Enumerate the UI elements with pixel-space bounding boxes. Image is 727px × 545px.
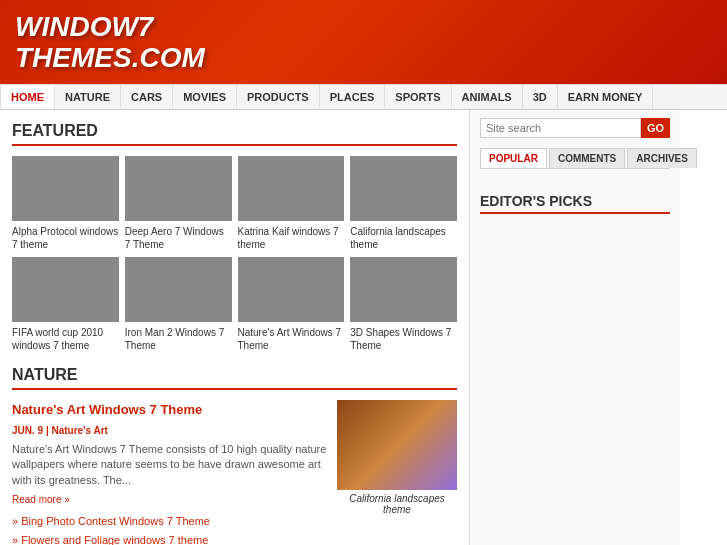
featured-thumb [12,156,119,221]
logo-line2: THEMES.COM [15,42,205,73]
nav-item-sports[interactable]: SPORTS [385,85,451,109]
nav-item-earn-money[interactable]: EARN MONEY [558,85,654,109]
content-wrapper: FEATURED Alpha Protocol windows 7 themeD… [0,110,727,545]
search-button[interactable]: GO [641,118,670,138]
nav-item-movies[interactable]: MOVIES [173,85,237,109]
featured-caption: Nature's Art Windows 7 Theme [238,326,345,352]
sidebar: GO POPULARCOMMENTSARCHIVES EDITOR'S PICK… [470,110,680,545]
featured-item[interactable]: Deep Aero 7 Windows 7 Theme [125,156,232,251]
featured-item[interactable]: 3D Shapes Windows 7 Theme [350,257,457,352]
featured-item[interactable]: Nature's Art Windows 7 Theme [238,257,345,352]
featured-thumb [238,257,345,322]
sidebar-tab-archives[interactable]: ARCHIVES [627,148,697,168]
nature-link[interactable]: Flowers and Foliage windows 7 theme [12,532,327,545]
featured-grid: Alpha Protocol windows 7 themeDeep Aero … [12,156,457,352]
featured-caption: 3D Shapes Windows 7 Theme [350,326,457,352]
sidebar-tab-popular[interactable]: POPULAR [480,148,547,168]
featured-item[interactable]: Alpha Protocol windows 7 theme [12,156,119,251]
featured-thumb [238,156,345,221]
nature-thumb-img [337,400,457,490]
nature-img-caption: California landscapes theme [337,493,457,515]
featured-caption: Deep Aero 7 Windows 7 Theme [125,225,232,251]
featured-thumb [350,257,457,322]
logo-line1: WINDOW7 [15,11,153,42]
featured-caption: California landscapes theme [350,225,457,251]
featured-thumb [12,257,119,322]
featured-thumb [125,156,232,221]
nav-item-products[interactable]: PRODUCTS [237,85,320,109]
sidebar-tabs: POPULARCOMMENTSARCHIVES [480,148,670,169]
nav-item-animals[interactable]: ANIMALS [452,85,523,109]
main-nav: HOMENATURECARSMOVIESPRODUCTSPLACESSPORTS… [0,84,727,110]
search-bar: GO [480,118,670,138]
featured-caption: Katrina Kaif windows 7 theme [238,225,345,251]
featured-caption: FIFA world cup 2010 windows 7 theme [12,326,119,352]
editors-picks-title: EDITOR'S PICKS [480,193,670,214]
nature-content: Nature's Art Windows 7 Theme JUN. 9 | Na… [12,400,457,545]
read-more-link[interactable]: Read more » [12,492,327,507]
featured-title: FEATURED [12,122,457,146]
nav-item-places[interactable]: PLACES [320,85,386,109]
featured-item[interactable]: Iron Man 2 Windows 7 Theme [125,257,232,352]
header: WINDOW7 THEMES.COM [0,0,727,84]
nav-item-nature[interactable]: NATURE [55,85,121,109]
nature-title: NATURE [12,366,457,390]
featured-caption: Alpha Protocol windows 7 theme [12,225,119,251]
nature-body: Nature's Art Windows 7 Theme consists of… [12,442,327,488]
nature-link[interactable]: Bing Photo Contest Windows 7 Theme [12,513,327,530]
search-input[interactable] [480,118,641,138]
nature-date: JUN. 9 | Nature's Art [12,423,327,438]
featured-item[interactable]: FIFA world cup 2010 windows 7 theme [12,257,119,352]
nature-text: Nature's Art Windows 7 Theme JUN. 9 | Na… [12,400,327,545]
featured-thumb [125,257,232,322]
nav-item-cars[interactable]: CARS [121,85,173,109]
site-logo[interactable]: WINDOW7 THEMES.COM [15,12,205,74]
nav-item-home[interactable]: HOME [0,85,55,109]
nature-image[interactable]: California landscapes theme [337,400,457,545]
featured-caption: Iron Man 2 Windows 7 Theme [125,326,232,352]
nav-item-3d[interactable]: 3D [523,85,558,109]
nature-article-title[interactable]: Nature's Art Windows 7 Theme [12,400,327,420]
nature-section: NATURE Nature's Art Windows 7 Theme JUN.… [12,366,457,545]
main-content: FEATURED Alpha Protocol windows 7 themeD… [0,110,470,545]
featured-thumb [350,156,457,221]
nature-links: Bing Photo Contest Windows 7 ThemeFlower… [12,513,327,545]
featured-item[interactable]: California landscapes theme [350,156,457,251]
sidebar-tab-comments[interactable]: COMMENTS [549,148,625,168]
featured-item[interactable]: Katrina Kaif windows 7 theme [238,156,345,251]
